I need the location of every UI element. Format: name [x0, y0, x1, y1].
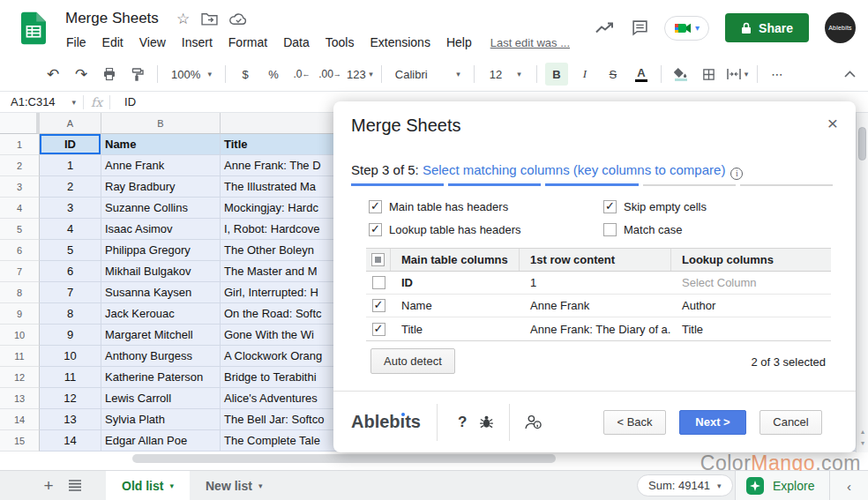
cell[interactable]: 13: [40, 409, 101, 430]
column-header-a[interactable]: A: [40, 113, 101, 134]
cell[interactable]: 2: [40, 176, 101, 198]
option-match-case[interactable]: Match case: [603, 221, 707, 238]
formula-input[interactable]: ID: [124, 95, 136, 108]
option-lookup-table-has-headers[interactable]: Lookup table has headers: [369, 221, 603, 238]
row-checkbox[interactable]: [372, 276, 385, 289]
cell[interactable]: 8: [40, 303, 101, 325]
scroll-up-icon[interactable]: ▴: [861, 426, 864, 437]
checkbox[interactable]: [369, 223, 382, 236]
paint-format-button[interactable]: [126, 63, 149, 86]
last-edit-link[interactable]: Last edit was ...: [490, 36, 570, 49]
row-number[interactable]: 7: [0, 261, 40, 282]
bold-button[interactable]: B: [545, 63, 568, 86]
document-title[interactable]: Merge Sheets: [65, 10, 159, 27]
undo-button[interactable]: ↶: [41, 63, 64, 86]
row-number[interactable]: 5: [0, 219, 40, 240]
cell[interactable]: Sylvia Plath: [101, 409, 221, 430]
menu-tools[interactable]: Tools: [318, 34, 363, 51]
tab-menu-caret[interactable]: ▾: [258, 481, 263, 490]
menu-format[interactable]: Format: [221, 34, 275, 51]
row-number[interactable]: 12: [0, 367, 40, 388]
back-button[interactable]: < Back: [603, 410, 666, 435]
cell[interactable]: 4: [40, 219, 101, 240]
auto-detect-button[interactable]: Auto detect: [370, 348, 455, 374]
checkbox[interactable]: [603, 200, 617, 213]
cell[interactable]: Isaac Asimov: [101, 219, 221, 240]
name-box[interactable]: A1:C314▾: [0, 95, 76, 108]
zoom-select[interactable]: 100%▾: [166, 63, 217, 86]
cell[interactable]: 9: [40, 325, 101, 346]
menu-edit[interactable]: Edit: [94, 34, 131, 51]
row-number[interactable]: 6: [0, 240, 40, 261]
cell[interactable]: 5: [40, 240, 101, 261]
row-number[interactable]: 1: [0, 134, 40, 155]
report-bug-icon[interactable]: [479, 414, 494, 429]
consultant-info-icon[interactable]: [525, 414, 542, 429]
increase-decimals-button[interactable]: .00→: [318, 63, 341, 86]
vertical-scrollbar[interactable]: ▴ ▾: [856, 113, 868, 452]
move-folder-icon[interactable]: [201, 12, 218, 26]
cell[interactable]: 14: [40, 430, 101, 451]
cell[interactable]: Edgar Allan Poe: [101, 430, 221, 451]
row-number[interactable]: 15: [0, 430, 40, 451]
row-number[interactable]: 13: [0, 388, 40, 409]
help-button[interactable]: ?: [458, 414, 467, 431]
format-currency-button[interactable]: $: [234, 63, 257, 86]
cell[interactable]: 6: [40, 261, 101, 282]
cell[interactable]: Anthony Burgess: [101, 346, 221, 367]
step-link[interactable]: Select matching columns (key columns to …: [423, 162, 725, 177]
select-all-checkbox[interactable]: [371, 253, 385, 266]
close-icon[interactable]: ×: [824, 110, 842, 136]
sheet-tab-old-list[interactable]: Old list▾: [106, 471, 190, 500]
sum-indicator[interactable]: Sum: 49141▾: [637, 474, 733, 496]
text-color-button[interactable]: A: [630, 63, 653, 86]
cancel-button[interactable]: Cancel: [760, 410, 822, 435]
cell[interactable]: 10: [40, 346, 101, 367]
tab-menu-caret[interactable]: ▾: [169, 481, 174, 490]
checkbox[interactable]: [603, 223, 617, 236]
horizontal-scrollbar[interactable]: [132, 454, 556, 463]
cell[interactable]: Philippa Gregory: [101, 240, 221, 261]
row-number[interactable]: 4: [0, 198, 40, 219]
row-checkbox[interactable]: [372, 323, 385, 336]
row-number[interactable]: 11: [0, 346, 40, 367]
cell[interactable]: Katherine Paterson: [101, 367, 221, 388]
font-size-select[interactable]: 12▾: [483, 63, 528, 86]
meet-call-button[interactable]: ▾: [664, 16, 709, 41]
menu-extensions[interactable]: Extensions: [362, 34, 438, 51]
collapse-toolbar-button[interactable]: [844, 71, 856, 78]
fill-color-button[interactable]: [670, 63, 692, 86]
option-main-table-has-headers[interactable]: Main table has headers: [369, 198, 603, 215]
comments-icon[interactable]: [632, 19, 648, 36]
sheet-tab-new-list[interactable]: New list▾: [190, 471, 278, 500]
strikethrough-button[interactable]: S: [602, 63, 625, 86]
info-icon[interactable]: i: [730, 168, 743, 180]
lookup-column-select[interactable]: Title: [671, 317, 831, 340]
cell[interactable]: 12: [40, 388, 101, 409]
menu-view[interactable]: View: [131, 34, 174, 51]
cell[interactable]: 3: [40, 198, 101, 219]
menu-data[interactable]: Data: [275, 34, 318, 51]
cell[interactable]: Margaret Mitchell: [101, 325, 221, 346]
cell[interactable]: Mikhail Bulgakov: [101, 261, 221, 282]
scroll-down-icon[interactable]: ▾: [861, 437, 864, 449]
menu-help[interactable]: Help: [438, 34, 480, 51]
option-skip-empty-cells[interactable]: Skip empty cells: [603, 198, 707, 215]
cloud-status-icon[interactable]: [229, 12, 248, 26]
lookup-column-select[interactable]: Select Column: [671, 272, 831, 294]
select-all-corner[interactable]: [0, 113, 40, 134]
print-button[interactable]: [98, 63, 121, 86]
menu-insert[interactable]: Insert: [174, 34, 221, 51]
decrease-decimals-button[interactable]: .0←: [290, 63, 313, 86]
add-sheet-button[interactable]: +: [35, 473, 62, 499]
column-header-b[interactable]: B: [101, 113, 221, 134]
sheets-logo-icon[interactable]: [21, 11, 46, 45]
row-checkbox[interactable]: [372, 299, 385, 312]
lookup-column-select[interactable]: Author: [671, 295, 831, 317]
format-percent-button[interactable]: %: [262, 63, 285, 86]
account-avatar[interactable]: Ablebits: [825, 12, 856, 43]
number-format-button[interactable]: 123 ▾: [347, 63, 373, 86]
borders-button[interactable]: [698, 63, 721, 86]
row-number[interactable]: 9: [0, 303, 40, 325]
cell[interactable]: 11: [40, 367, 101, 388]
